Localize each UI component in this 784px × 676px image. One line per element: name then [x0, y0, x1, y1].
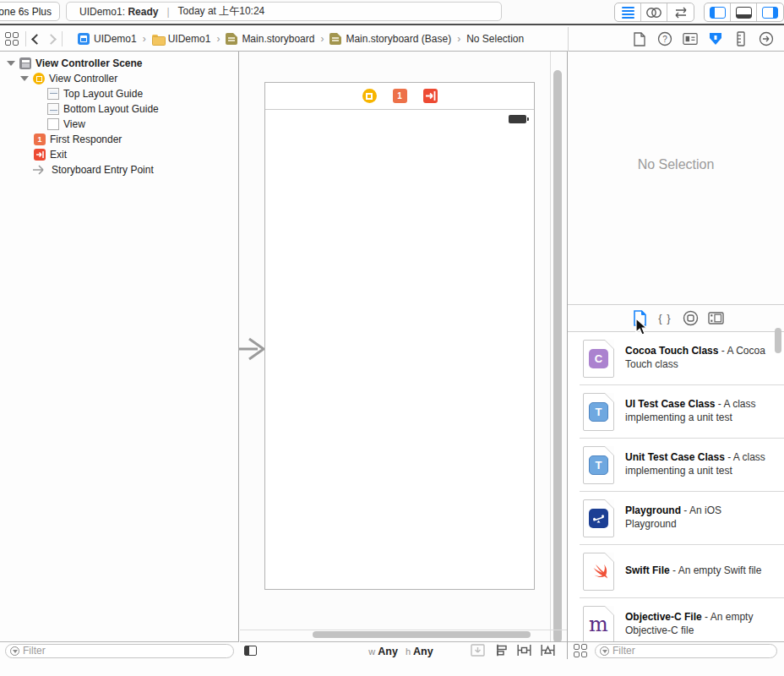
bottom-layout-guide-icon	[47, 103, 59, 115]
scheme-device-button[interactable]: hone 6s Plus	[0, 2, 60, 21]
top-layout-guide-icon	[47, 88, 59, 100]
breadcrumb-project[interactable]: UIDemo1	[78, 33, 137, 45]
breadcrumb-storyboard[interactable]: Main.storyboard	[226, 33, 314, 45]
library-scrollbar[interactable]	[775, 328, 781, 353]
identity-inspector-tab[interactable]	[683, 31, 698, 46]
cocoa-touch-class-file-icon: C	[583, 340, 614, 378]
media-library-tab[interactable]	[706, 309, 725, 328]
activity-status: Ready	[128, 6, 158, 18]
version-editor-icon	[673, 7, 689, 19]
pin-button[interactable]	[517, 644, 531, 657]
no-selection-label: No Selection	[568, 157, 784, 172]
assistant-editor-icon	[645, 7, 662, 19]
activity-viewer: UIDemo1: Ready | Today at 上午10:24	[66, 2, 502, 21]
code-snippet-library-icon: { }	[658, 312, 671, 324]
file-template-library-list: C Cocoa Touch Class - A Cocoa Touch clas…	[568, 332, 784, 659]
storyboard-entry-point-arrow[interactable]	[237, 336, 268, 362]
canvas-horizontal-scrollbar[interactable]	[313, 631, 531, 638]
breadcrumb-group[interactable]: UIDemo1	[152, 33, 211, 45]
library-filter-field[interactable]	[595, 644, 777, 658]
outline-row-bottom-layout-guide[interactable]: Bottom Layout Guide	[47, 101, 159, 117]
outline-row-exit[interactable]: Exit	[34, 147, 67, 162]
storyboard-file-icon	[329, 33, 341, 45]
jump-bar-controls	[5, 27, 63, 51]
svg-text:?: ?	[662, 35, 667, 44]
version-editor-button[interactable]	[667, 3, 694, 21]
folder-icon	[152, 33, 164, 45]
activity-project: UIDemo1:	[79, 6, 125, 18]
library-grid-view-icon[interactable]	[574, 644, 587, 657]
standard-editor-button[interactable]	[615, 3, 641, 21]
navigator-panel-icon	[710, 7, 726, 19]
library-item-cocoa-touch-class[interactable]: C Cocoa Touch Class - A Cocoa Touch clas…	[580, 332, 784, 385]
breadcrumb-storyboard-base[interactable]: Main.storyboard (Base)	[329, 33, 451, 45]
outline-filter-input[interactable]	[23, 645, 233, 657]
jump-bar: UIDemo1 › UIDemo1 › Main.storyboard › Ma…	[0, 27, 784, 52]
inspector-panel-icon	[762, 7, 778, 19]
quick-help-icon: ?	[657, 31, 672, 46]
embed-in-stack-button[interactable]	[471, 644, 485, 657]
library-item-playground[interactable]: Playground - An iOS Playground	[580, 492, 784, 545]
view-icon	[47, 118, 59, 130]
library-item-swift-file[interactable]: Swift File - An empty Swift file	[580, 545, 784, 598]
first-responder-icon: 1	[34, 134, 46, 145]
related-items-icon[interactable]	[5, 32, 19, 46]
activity-divider: |	[166, 6, 169, 18]
view-controller-header-bar: 1	[265, 83, 534, 110]
resolve-auto-layout-button[interactable]	[541, 644, 555, 657]
disclosure-triangle[interactable]	[20, 76, 29, 81]
canvas-bottom-bar: wAny hAny	[240, 641, 567, 659]
outline-row-view[interactable]: View	[47, 117, 85, 132]
outline-row-top-layout-guide[interactable]: Top Layout Guide	[47, 86, 143, 101]
outline-filter-bar	[0, 641, 239, 659]
canvas-vertical-scrollbar[interactable]	[553, 70, 562, 643]
editor-mode-segment	[614, 3, 694, 22]
align-button[interactable]	[494, 644, 508, 657]
filter-icon	[10, 646, 19, 656]
connections-inspector-tab[interactable]	[759, 31, 774, 46]
library-filter-input[interactable]	[612, 645, 776, 657]
entry-point-arrow-icon	[32, 165, 47, 175]
breadcrumb: UIDemo1 › UIDemo1 › Main.storyboard › Ma…	[78, 27, 524, 51]
attributes-inspector-icon	[708, 31, 723, 46]
size-inspector-tab[interactable]	[733, 31, 749, 46]
library-item-ui-test-case-class[interactable]: T UI Test Case Class - A class implement…	[580, 385, 784, 439]
size-inspector-icon	[737, 31, 745, 46]
file-inspector-tab[interactable]	[632, 31, 647, 46]
view-controller-canvas[interactable]: 1	[264, 82, 535, 590]
quick-help-inspector-tab[interactable]: ?	[657, 31, 672, 46]
attributes-inspector-tab[interactable]	[708, 31, 723, 46]
toggle-inspector-button[interactable]	[757, 3, 783, 21]
xcode-window: hone 6s Plus UIDemo1: Ready | Today at 上…	[0, 0, 784, 676]
code-snippet-library-tab[interactable]: { }	[656, 309, 674, 328]
outline-filter-field[interactable]	[5, 644, 234, 658]
object-library-icon	[683, 310, 699, 326]
disclosure-triangle[interactable]	[7, 61, 15, 66]
exit-icon[interactable]	[423, 89, 438, 103]
file-inspector-icon	[634, 32, 645, 46]
unit-test-case-file-icon: T	[583, 446, 614, 484]
back-button[interactable]	[31, 34, 42, 45]
outline-row-entry-point[interactable]: Storyboard Entry Point	[32, 162, 154, 177]
view-controller-icon[interactable]	[362, 89, 377, 103]
auto-layout-buttons	[471, 644, 555, 657]
playground-file-icon	[583, 499, 614, 537]
outline-row-first-responder[interactable]: 1 First Responder	[34, 132, 122, 147]
breadcrumb-selection[interactable]: No Selection	[466, 33, 524, 45]
library-item-unit-test-case-class[interactable]: T Unit Test Case Class - A class impleme…	[580, 439, 784, 492]
assistant-editor-button[interactable]	[641, 3, 667, 21]
toggle-navigator-button[interactable]	[705, 3, 731, 21]
object-library-tab[interactable]	[681, 309, 700, 328]
forward-button[interactable]	[46, 34, 57, 45]
scheme-device-label: hone 6s Plus	[0, 6, 52, 18]
panel-toggle-segment	[704, 3, 784, 22]
first-responder-icon[interactable]: 1	[393, 89, 407, 103]
outline-row-scene[interactable]: View Controller Scene	[7, 56, 143, 71]
toggle-debug-area-button[interactable]	[731, 3, 757, 21]
connections-inspector-icon	[759, 31, 774, 46]
storyboard-canvas[interactable]: 1 wAny hAny	[240, 52, 568, 659]
utilities-panel: No Selection { }	[568, 52, 784, 659]
inspector-toolbar: ?	[632, 27, 774, 51]
outline-row-view-controller[interactable]: View Controller	[20, 71, 117, 86]
media-library-icon	[708, 312, 724, 324]
